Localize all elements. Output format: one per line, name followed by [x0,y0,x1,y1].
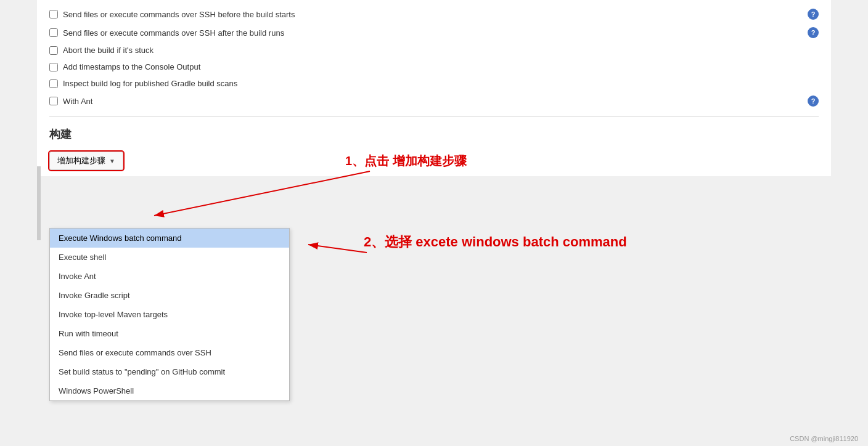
checkbox-row-ssh-after: Send files or execute commands over SSH … [49,23,819,42]
checkbox-label-abort-stuck: Abort the build if it's stuck [63,46,154,55]
checkbox-label-ssh-before: Send files or execute commands over SSH … [63,10,295,19]
checkbox-timestamps[interactable] [49,63,58,71]
page-wrapper: Send files or execute commands over SSH … [0,0,868,446]
checkbox-row-abort-stuck: Abort the build if it's stuck [49,42,819,59]
dropdown-item-send-ssh[interactable]: Send files or execute commands over SSH [50,343,289,362]
checkbox-label-ssh-after: Send files or execute commands over SSH … [63,28,284,38]
left-stripe [37,166,41,240]
section-title-build: 构建 [49,127,819,142]
dropdown-item-execute-shell[interactable]: Execute shell [50,248,289,267]
checkbox-row-inspect-gradle: Inspect build log for published Gradle b… [49,75,819,92]
checkbox-inspect-gradle[interactable] [49,79,58,88]
checkbox-row-timestamps: Add timestamps to the Console Output [49,59,819,75]
footer-watermark: CSDN @mingji811920 [790,435,858,442]
checkbox-with-ant[interactable] [49,97,58,105]
svg-line-3 [308,245,367,253]
checkbox-abort-stuck[interactable] [49,46,58,55]
checkbox-row-with-ant: With Ant ? [49,92,819,110]
checkbox-label-with-ant: With Ant [63,97,92,106]
checkbox-ssh-before[interactable] [49,10,58,18]
section-divider [49,116,819,117]
dropdown-item-invoke-ant[interactable]: Invoke Ant [50,267,289,286]
dropdown-item-execute-windows[interactable]: Execute Windows batch command [50,229,289,248]
dropdown-arrow-icon: ▼ [109,158,115,164]
dropdown-item-invoke-maven[interactable]: Invoke top-level Maven targets [50,305,289,324]
help-icon-ssh-after[interactable]: ? [808,27,819,38]
build-section: 构建 增加构建步骤 ▼ [49,127,819,176]
dropdown-item-invoke-gradle[interactable]: Invoke Gradle script [50,286,289,305]
dropdown-menu: Execute Windows batch command Execute sh… [49,228,290,401]
add-build-step-button[interactable]: 增加构建步骤 ▼ [49,152,123,170]
dropdown-item-run-timeout[interactable]: Run with timeout [50,324,289,343]
checkbox-list: Send files or execute commands over SSH … [49,0,819,110]
checkbox-label-timestamps: Add timestamps to the Console Output [63,62,200,71]
checkbox-label-inspect-gradle: Inspect build log for published Gradle b… [63,79,237,88]
checkbox-ssh-after[interactable] [49,28,58,37]
svg-line-2 [154,171,370,216]
dropdown-item-windows-powershell[interactable]: Windows PowerShell [50,381,289,400]
add-build-step-label: 增加构建步骤 [57,155,105,166]
content-panel: Send files or execute commands over SSH … [37,0,831,176]
dropdown-item-set-build-status[interactable]: Set build status to "pending" on GitHub … [50,362,289,381]
checkbox-row-ssh-before: Send files or execute commands over SSH … [49,5,819,23]
annotation-text-2: 2、选择 excete windows batch command [364,233,627,251]
help-icon-ssh-before[interactable]: ? [808,9,819,20]
help-icon-with-ant[interactable]: ? [808,95,819,107]
